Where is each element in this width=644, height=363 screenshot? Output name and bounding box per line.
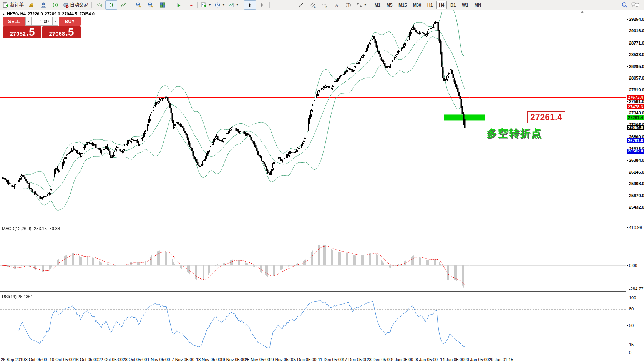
rsi-label: RSI(14) 28.1361 bbox=[2, 294, 33, 299]
macd-pane: MACD(12,26,9) -253.15 -50.38 bbox=[0, 225, 626, 291]
templates-dropdown[interactable]: ▼ bbox=[227, 0, 241, 10]
new-order-icon bbox=[3, 2, 9, 8]
price-level-badge: 27478.3 bbox=[627, 104, 644, 109]
clock-icon bbox=[214, 2, 221, 8]
sell-button[interactable]: SELL bbox=[3, 17, 25, 26]
chevron-down-icon: ▼ bbox=[208, 3, 211, 7]
buy-price-button[interactable]: 27068.5 bbox=[42, 26, 81, 38]
timeframe-button-M15[interactable]: M15 bbox=[396, 1, 409, 9]
line-chart-button[interactable] bbox=[117, 0, 129, 10]
cursor-button[interactable] bbox=[244, 0, 256, 10]
candlestick-icon bbox=[108, 2, 115, 8]
rsi-axis-label: 0 bbox=[629, 350, 631, 355]
new-chart-dropdown[interactable]: ▼ bbox=[199, 0, 213, 10]
text-label-button[interactable]: T bbox=[343, 0, 355, 10]
toolbar-separator bbox=[91, 2, 92, 8]
quote-low: 27044.5 bbox=[62, 12, 77, 16]
sell-price-button[interactable]: 27052.5 bbox=[3, 26, 41, 38]
zoom-in-icon bbox=[136, 2, 142, 8]
timeframe-button-H1[interactable]: H1 bbox=[425, 1, 435, 9]
macd-canvas[interactable] bbox=[0, 225, 626, 291]
auto-trading-button[interactable]: 自动交易 bbox=[61, 0, 90, 10]
price-tick-label: 28057.0 bbox=[629, 76, 644, 80]
fibonacci-button[interactable]: F bbox=[319, 0, 331, 10]
collapse-panel-icon[interactable]: ▲ bbox=[2, 13, 5, 16]
time-axis[interactable]: 26 Sep 20193 Oct 05:0010 Oct 05:0016 Oct… bbox=[0, 356, 644, 363]
rsi-axis-label: 100 bbox=[629, 295, 636, 300]
turning-point-annotation[interactable]: 多空转折点 bbox=[486, 126, 542, 140]
svg-text:F: F bbox=[326, 5, 327, 8]
line-chart-icon bbox=[120, 2, 126, 8]
trendline-icon bbox=[298, 2, 304, 8]
macd-axis-label: 410.99 bbox=[629, 225, 642, 230]
market-watch-button[interactable] bbox=[25, 0, 37, 10]
price-axis-column[interactable]: 29254.029016.028771.028533.028295.028057… bbox=[626, 10, 644, 356]
price-level-badge: 27673.4 bbox=[627, 95, 644, 100]
price-tick-label: 27819.0 bbox=[629, 88, 644, 92]
price-level-badge: 27261.4 bbox=[627, 115, 644, 120]
chat-icon[interactable] bbox=[631, 2, 640, 8]
timeframe-button-M5[interactable]: M5 bbox=[384, 1, 395, 9]
price-level-badge: 27054.0 bbox=[627, 125, 644, 130]
trendline-button[interactable] bbox=[295, 0, 307, 10]
level-annotation-box[interactable]: 27261.4 bbox=[527, 111, 565, 123]
timeframe-button-D1[interactable]: D1 bbox=[448, 1, 458, 9]
robot-icon bbox=[63, 2, 69, 8]
time-axis-label: 22 Oct 05:00 bbox=[98, 357, 123, 362]
price-tick-label: 28771.0 bbox=[629, 41, 644, 45]
rsi-canvas[interactable] bbox=[0, 293, 626, 356]
chevron-down-icon: ▼ bbox=[236, 3, 239, 7]
bar-chart-icon bbox=[96, 2, 103, 8]
buy-price-main: 27068 bbox=[49, 28, 65, 40]
volume-input[interactable]: 1.00 bbox=[32, 17, 52, 26]
new-order-button[interactable]: 新订单 bbox=[1, 0, 25, 10]
timeframe-button-W1[interactable]: W1 bbox=[459, 1, 471, 9]
gold-icon bbox=[28, 2, 35, 8]
time-axis-label: 25 Nov 05:00 bbox=[245, 357, 270, 362]
sell-price-fraction: .5 bbox=[26, 26, 35, 38]
time-axis-label: 20 Jan 05:00 bbox=[465, 357, 489, 362]
buy-price-fraction: .5 bbox=[65, 26, 74, 38]
equidistant-channel-button[interactable]: E bbox=[307, 0, 319, 10]
timeframe-button-MN[interactable]: MN bbox=[472, 1, 484, 9]
arrows-dropdown[interactable]: ▼ bbox=[355, 0, 368, 10]
chart-shift-button[interactable] bbox=[184, 0, 196, 10]
horizontal-line-icon bbox=[286, 2, 292, 8]
horizontal-line-button[interactable] bbox=[283, 0, 295, 10]
template-icon bbox=[228, 2, 234, 8]
buy-button[interactable]: BUY bbox=[59, 17, 81, 26]
volume-increase-button[interactable]: ▲ bbox=[52, 17, 58, 26]
zoom-out-icon bbox=[148, 2, 154, 8]
time-axis-label: 26 Sep 2019 bbox=[1, 357, 25, 362]
vertical-line-button[interactable] bbox=[271, 0, 283, 10]
tile-windows-button[interactable] bbox=[156, 0, 168, 10]
auto-scroll-button[interactable] bbox=[172, 0, 184, 10]
timeframe-button-M30[interactable]: M30 bbox=[410, 1, 424, 9]
periods-dropdown[interactable]: ▼ bbox=[213, 0, 227, 10]
zoom-in-button[interactable] bbox=[133, 0, 144, 10]
crosshair-button[interactable] bbox=[256, 0, 268, 10]
signals-button[interactable] bbox=[49, 0, 61, 10]
mt4-trading-app: 新订单 自动交易 bbox=[0, 0, 644, 363]
text-label-icon: T bbox=[345, 2, 352, 8]
rsi-axis-label: 50 bbox=[629, 323, 634, 328]
timeframe-button-H4[interactable]: H4 bbox=[436, 1, 447, 9]
zoom-out-button[interactable] bbox=[144, 0, 156, 10]
price-tick-label: 28295.0 bbox=[629, 64, 644, 69]
text-icon: A bbox=[334, 2, 340, 8]
quote-close: 27054.0 bbox=[79, 12, 95, 16]
timeframe-button-M1[interactable]: M1 bbox=[372, 1, 383, 9]
candlestick-chart-button[interactable] bbox=[105, 0, 117, 10]
bar-chart-button[interactable] bbox=[93, 0, 105, 10]
price-level-badge: 26791.6 bbox=[627, 138, 644, 143]
search-icon[interactable] bbox=[621, 2, 628, 8]
rsi-axis-label: 80 bbox=[629, 307, 634, 311]
tile-windows-icon bbox=[159, 2, 166, 8]
chart-shift-marker[interactable] bbox=[580, 11, 584, 13]
volume-decrease-button[interactable]: ▼ bbox=[25, 17, 32, 26]
chevron-down-icon: ▼ bbox=[222, 3, 225, 7]
profile-button[interactable] bbox=[37, 0, 49, 10]
main-toolbar: 新订单 自动交易 bbox=[0, 0, 644, 10]
text-button[interactable]: A bbox=[331, 0, 343, 10]
price-level-badge: 26582.0 bbox=[627, 149, 644, 154]
